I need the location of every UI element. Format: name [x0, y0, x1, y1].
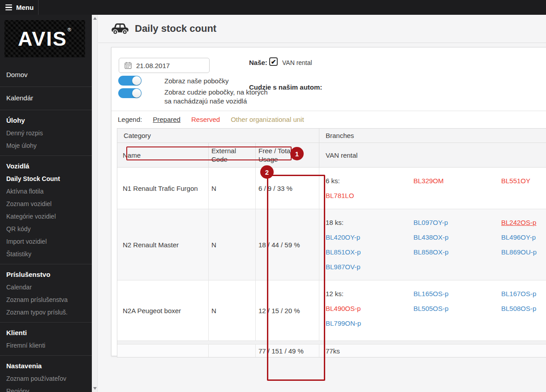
avis-logo[interactable]: AVIS® — [4, 20, 85, 57]
row-free-total-usage: 12 / 15 / 20 % — [255, 280, 319, 340]
sidebar-group: PríslušenstvoCalendarZoznam príslušenstv… — [0, 264, 92, 322]
table-row: N2 Renault MasterN18 / 44 / 59 %18 ks:BL… — [117, 209, 546, 280]
sidebar-item-calendar[interactable]: Calendar — [0, 281, 92, 293]
sidebar: AVIS® DomovKalendárÚlohyDenný rozpisMoje… — [0, 15, 92, 392]
vehicle-plate-link[interactable]: BL490OS-p — [326, 301, 413, 316]
filters-section: 21.08.2017 Zobraz naše pobočky Zobraz cu… — [112, 47, 546, 111]
vehicle-plate-link[interactable]: BL551OY — [501, 173, 546, 188]
vehicle-plate-link[interactable]: BL097OY-p — [413, 215, 501, 230]
toggle-show-foreign-branches[interactable] — [118, 88, 142, 98]
vehicle-plate-link[interactable]: BL438OX-p — [413, 230, 501, 245]
page-title: Daily stock count — [135, 23, 216, 34]
car-icon — [111, 22, 129, 35]
scroll-up-arrow-icon[interactable] — [93, 17, 97, 20]
sidebar-group: Kalendár — [0, 86, 92, 110]
legend-item-other-unit: Other organizational unit — [231, 116, 304, 123]
top-bar: Menu — [0, 0, 546, 15]
sidebar-group: NastaveniaZoznam používateľovRegiónyPobo… — [0, 355, 92, 392]
vehicle-plate-link[interactable]: BL781LO — [326, 188, 413, 203]
row-external-code: N — [208, 168, 255, 209]
sidebar-group: VozidláDaily Stock CountAktívna flotilaZ… — [0, 155, 92, 264]
vehicle-plate-link[interactable]: BL505OS-p — [413, 301, 501, 316]
table-row: N2A Peugeot boxerN12 / 15 / 20 %12 ks:BL… — [117, 280, 546, 341]
row-branch-cell: 18 ks:BL097OY-pBL242OS-pBL420OY-pBL438OX… — [319, 209, 546, 280]
row-free-total-usage: 6 / 9 / 33 % — [255, 168, 319, 209]
toggle-knob — [132, 76, 141, 85]
sidebar-item-firemn-klienti[interactable]: Firemní klienti — [0, 339, 92, 352]
sidebar-item-kateg-rie-vozidiel[interactable]: Kategórie vozidiel — [0, 210, 92, 223]
vertical-scrollbar[interactable] — [92, 15, 98, 392]
column-header-van-rental: VAN rental — [319, 143, 546, 167]
sidebar-item-qr-k-dy[interactable]: QR kódy — [0, 223, 92, 235]
branches-group-header: Branches — [319, 129, 546, 142]
branch-vehicle-count: 12 ks: — [326, 286, 413, 301]
legend-item-reserved: Reserved — [191, 116, 220, 123]
sidebar-item-zoznam-typov-pr-slu-[interactable]: Zoznam typov prísluš. — [0, 306, 92, 319]
sidebar-item-akt-vna-flotila[interactable]: Aktívna flotila — [0, 185, 92, 198]
van-rental-checkbox-label[interactable]: VAN rental — [282, 59, 312, 66]
table-total-row: 77 / 151 / 49 % 77ks — [117, 345, 546, 357]
date-input[interactable]: 21.08.2017 — [119, 58, 210, 73]
sidebar-item--tatistiky[interactable]: Štatistiky — [0, 248, 92, 260]
sidebar-item-import-vozidiel[interactable]: Import vozidiel — [0, 235, 92, 248]
sidebar-item-zoznam-vozidiel[interactable]: Zoznam vozidiel — [0, 198, 92, 210]
category-group-header: Category — [117, 129, 319, 142]
sidebar-item-daily-stock-count[interactable]: Daily Stock Count — [0, 172, 92, 185]
sidebar-nav: DomovKalendárÚlohyDenný rozpisMoje úlohy… — [0, 64, 92, 392]
sidebar-item-denn-rozpis[interactable]: Denný rozpis — [0, 127, 92, 139]
table-column-header-row: Name External Code Free / Total / Usage … — [117, 143, 546, 168]
row-branch-cell: 12 ks:BL165OS-pBL167OS-pBL490OS-pBL505OS… — [319, 280, 546, 340]
vehicle-plate-link[interactable]: BL242OS-p — [501, 215, 546, 230]
column-header-free-total-usage: Free / Total / Usage — [255, 143, 319, 167]
total-branch-count: 77ks — [319, 345, 546, 357]
stock-table: Category Branches Name External Code Fre… — [117, 128, 546, 358]
sidebar-item-zoznam-pr-slu-enstva[interactable]: Zoznam príslušenstva — [0, 293, 92, 306]
plate-grid: 18 ks:BL097OY-pBL242OS-pBL420OY-pBL438OX… — [319, 209, 546, 280]
sidebar-item-regi-ny[interactable]: Regióny — [0, 385, 92, 392]
menu-button[interactable]: Menu — [0, 0, 39, 15]
row-free-total-usage: 18 / 44 / 59 % — [255, 209, 319, 280]
sidebar-group: KlientiFiremní klienti — [0, 322, 92, 355]
legend: Legend: Prepared Reserved Other organiza… — [118, 116, 304, 123]
row-external-code: N — [208, 280, 255, 340]
row-category-name: N2 Renault Master — [117, 209, 208, 280]
main-content: Daily stock count — [98, 15, 546, 392]
toggle-show-our-branches[interactable] — [118, 76, 142, 86]
app-window: Menu AVIS® DomovKalendárÚlohyDenný rozpi… — [0, 0, 546, 392]
plate-grid: 12 ks:BL165OS-pBL167OS-pBL490OS-pBL505OS… — [319, 280, 546, 336]
sidebar-item-kalend-r[interactable]: Kalendár — [0, 90, 92, 106]
vehicle-plate-link[interactable]: BL329OM — [413, 173, 501, 188]
vehicle-plate-link[interactable]: BL496OY-p — [501, 230, 546, 245]
sidebar-item-moje-lohy[interactable]: Moje úlohy — [0, 139, 92, 152]
date-value: 21.08.2017 — [136, 62, 170, 69]
sidebar-item-zoznam-pou-vate-ov[interactable]: Zoznam používateľov — [0, 372, 92, 385]
vehicle-plate-link[interactable]: BL165OS-p — [413, 286, 501, 301]
vehicle-plate-link[interactable]: BL869OU-p — [501, 245, 546, 259]
row-category-name: N2A Peugeot boxer — [117, 280, 208, 340]
branch-vehicle-count: 6 ks: — [326, 173, 413, 188]
vehicle-plate-link[interactable]: BL851OX-p — [326, 245, 413, 259]
branch-vehicle-count: 18 ks: — [326, 215, 413, 230]
vehicle-plate-link[interactable]: BL420OY-p — [326, 230, 413, 245]
table-group-header-row: Category Branches — [117, 129, 546, 143]
scroll-down-arrow-icon[interactable] — [93, 387, 97, 390]
sidebar-group: Domov — [0, 64, 92, 86]
vehicle-plate-link[interactable]: BL167OS-p — [501, 286, 546, 301]
sidebar-group-title: Úlohy — [0, 113, 92, 127]
checkmark-icon: ✔ — [271, 59, 276, 65]
vehicle-plate-link[interactable]: BL987OV-p — [326, 259, 413, 274]
toggle-knob — [132, 89, 141, 98]
row-branch-cell: 6 ks:BL329OMBL551OYBL781LO — [319, 168, 546, 209]
vehicle-plate-link[interactable]: BL508OS-p — [501, 301, 546, 316]
total-name-cell — [117, 345, 208, 357]
van-rental-checkbox[interactable]: ✔ — [269, 57, 278, 66]
foreign-branches-label: Cudzie s našim autom: — [249, 83, 322, 91]
avis-logo-text: AVIS® — [18, 29, 72, 49]
vehicle-plate-link[interactable]: BL858OX-p — [413, 245, 501, 259]
table-spacer-row — [117, 341, 546, 345]
vehicle-plate-link[interactable]: BL799ON-p — [326, 316, 413, 331]
table-row: N1 Renault Trafic FurgonN6 / 9 / 33 %6 k… — [117, 168, 546, 209]
sidebar-group: ÚlohyDenný rozpisMoje úlohy — [0, 110, 92, 155]
sidebar-item-domov[interactable]: Domov — [0, 66, 92, 83]
row-external-code: N — [208, 209, 255, 280]
